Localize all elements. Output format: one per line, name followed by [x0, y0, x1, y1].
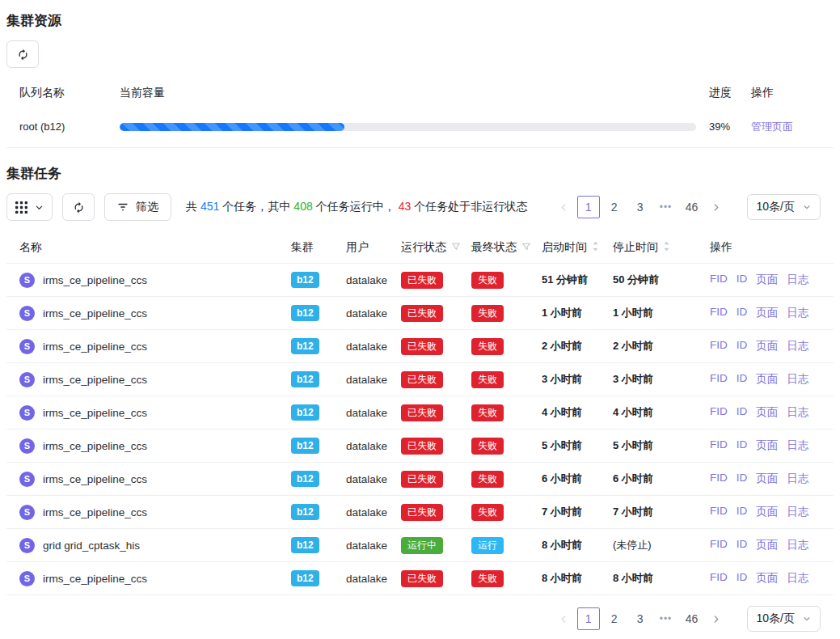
task-action-link[interactable]: 日志 — [787, 538, 808, 552]
page-number-button[interactable]: 2 — [603, 196, 626, 218]
page-number-button[interactable]: 3 — [629, 196, 652, 218]
page-size-select-top[interactable]: 10条/页 — [747, 194, 821, 220]
layout-dropdown-button[interactable] — [6, 193, 53, 221]
filter-funnel-icon[interactable] — [521, 241, 531, 254]
cluster-badge: b12 — [291, 305, 319, 321]
task-action-link[interactable]: 页面 — [756, 538, 778, 552]
header-user: 用户 — [346, 240, 401, 255]
tasks-section-title: 集群任务 — [6, 148, 834, 183]
task-name: irms_ce_pipeline_ccs — [43, 573, 147, 585]
task-action-link[interactable]: 页面 — [756, 405, 778, 420]
stop-time: 8 小时前 — [613, 571, 710, 586]
cluster-tasks-section: 集群任务 — [6, 148, 834, 632]
start-time: 6 小时前 — [542, 472, 613, 486]
page-number-button[interactable]: 1 — [577, 196, 600, 218]
task-action-link[interactable]: ID — [737, 538, 748, 552]
task-action-link[interactable]: 日志 — [787, 472, 808, 486]
sorter-icon[interactable] — [663, 240, 670, 255]
task-action-link[interactable]: 页面 — [756, 571, 778, 586]
task-action-link[interactable]: FID — [710, 438, 728, 453]
task-user: datalake — [346, 473, 401, 485]
task-action-link[interactable]: ID — [737, 438, 748, 453]
task-action-link[interactable]: ID — [737, 306, 748, 320]
task-action-link[interactable]: 日志 — [787, 372, 808, 387]
page-number-button[interactable]: 46 — [681, 196, 703, 218]
tasks-refresh-button[interactable] — [62, 193, 95, 221]
page-number-button[interactable]: 1 — [577, 607, 600, 630]
final-status-badge: 失败 — [471, 570, 504, 587]
task-action-link[interactable]: FID — [710, 372, 728, 387]
task-action-link[interactable]: 页面 — [756, 306, 778, 320]
final-status-badge: 运行 — [471, 537, 504, 554]
task-action-link[interactable]: 页面 — [756, 438, 778, 453]
task-action-link[interactable]: 页面 — [756, 472, 778, 486]
task-table-body: S irms_ce_pipeline_ccs b12 datalake 已失败 … — [6, 264, 834, 595]
start-time: 1 小时前 — [542, 306, 613, 320]
run-status-badge: 已失败 — [401, 471, 443, 488]
task-action-link[interactable]: 页面 — [756, 505, 778, 519]
task-action-link[interactable]: 日志 — [787, 505, 808, 519]
task-action-link[interactable]: ID — [737, 472, 748, 486]
task-action-link[interactable]: FID — [710, 273, 728, 287]
task-action-link[interactable]: 日志 — [787, 339, 808, 353]
page-size-select-bottom[interactable]: 10条/页 — [747, 606, 821, 632]
summary-prefix: 共 — [186, 200, 197, 213]
next-page-button[interactable] — [707, 196, 726, 218]
summary-running-count: 408 — [293, 200, 312, 213]
task-action-link[interactable]: 页面 — [756, 273, 778, 287]
next-page-button[interactable] — [707, 607, 726, 630]
task-action-link[interactable]: FID — [710, 405, 728, 420]
task-action-link[interactable]: ID — [737, 571, 748, 586]
task-action-link[interactable]: FID — [710, 339, 728, 353]
capacity-progress-fill — [120, 123, 344, 131]
page-number-button[interactable]: 2 — [603, 607, 626, 630]
task-type-avatar: S — [19, 339, 35, 354]
task-action-link[interactable]: 日志 — [787, 571, 808, 586]
task-type-avatar: S — [19, 472, 35, 487]
task-action-link[interactable]: 日志 — [787, 438, 808, 453]
task-user: datalake — [346, 540, 401, 552]
task-action-link[interactable]: 日志 — [787, 273, 808, 287]
task-actions: FIDID页面日志 — [710, 306, 821, 320]
task-action-link[interactable]: ID — [737, 405, 748, 420]
header-start-time[interactable]: 启动时间 — [542, 240, 613, 255]
header-stop-time[interactable]: 停止时间 — [613, 240, 710, 255]
resources-refresh-button[interactable] — [6, 40, 39, 68]
task-action-link[interactable]: 页面 — [756, 372, 778, 387]
filter-button[interactable]: 筛选 — [104, 193, 171, 221]
cluster-badge: b12 — [291, 570, 319, 586]
header-current-capacity: 当前容量 — [120, 86, 709, 100]
task-action-link[interactable]: ID — [737, 339, 748, 353]
stop-time: 2 小时前 — [613, 339, 710, 353]
manage-page-link[interactable]: 管理页面 — [751, 121, 793, 133]
task-action-link[interactable]: FID — [710, 571, 728, 586]
task-action-link[interactable]: 日志 — [787, 405, 808, 420]
task-actions: FIDID页面日志 — [710, 273, 821, 287]
progress-value: 39% — [709, 121, 751, 133]
start-time: 51 分钟前 — [542, 273, 613, 287]
cluster-badge: b12 — [291, 438, 319, 454]
sorter-icon[interactable] — [592, 240, 599, 255]
task-actions: FIDID页面日志 — [710, 372, 821, 387]
page-number-button[interactable]: 46 — [681, 607, 703, 630]
chevron-down-icon — [35, 203, 44, 212]
page-number-button[interactable]: 3 — [629, 607, 652, 630]
task-table-header: 名称 集群 用户 运行状态 最终状态 启动时间 — [6, 232, 834, 264]
task-action-link[interactable]: FID — [710, 505, 728, 519]
stop-time: 1 小时前 — [613, 306, 710, 320]
start-time: 3 小时前 — [542, 372, 613, 387]
task-action-link[interactable]: ID — [737, 505, 748, 519]
task-action-link[interactable]: 页面 — [756, 339, 778, 353]
task-action-link[interactable]: ID — [737, 273, 748, 287]
prev-page-button[interactable] — [555, 196, 574, 218]
prev-page-button[interactable] — [555, 607, 574, 630]
cluster-resources-section: 集群资源 队列名称 当前容量 进度 操作 root (b12) — [6, 0, 834, 148]
tasks-toolbar: 筛选 共451个任务，其中408个任务运行中，43个任务处于非运行状态 123•… — [6, 193, 834, 222]
task-action-link[interactable]: FID — [710, 306, 728, 320]
task-action-link[interactable]: FID — [710, 538, 728, 552]
task-action-link[interactable]: FID — [710, 472, 728, 486]
task-action-link[interactable]: 日志 — [787, 306, 808, 320]
filter-funnel-icon[interactable] — [451, 241, 461, 254]
cluster-badge: b12 — [291, 504, 319, 520]
task-action-link[interactable]: ID — [737, 372, 748, 387]
